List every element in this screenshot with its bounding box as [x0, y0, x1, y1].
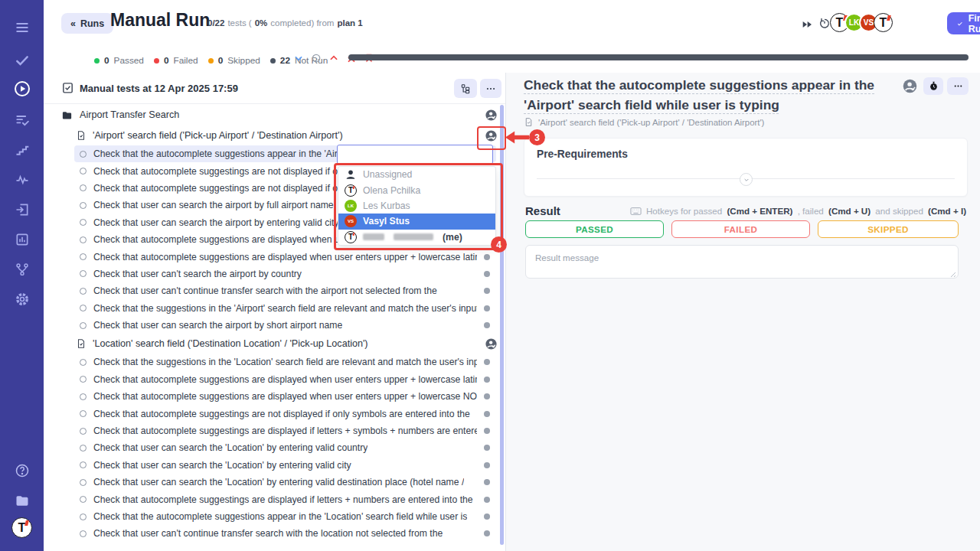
- test-row[interactable]: Check that autocomplete suggestions are …: [74, 248, 496, 265]
- test-title: Check that autocomplete suggestings are …: [93, 494, 473, 505]
- test-row[interactable]: Check that the autocomplete suggestions …: [74, 508, 496, 525]
- assignee-name: Olena Pchilka: [363, 185, 420, 196]
- timer-icon[interactable]: [818, 17, 831, 32]
- status-dot-icon: [154, 58, 159, 64]
- document-icon: [76, 130, 87, 141]
- app-sidebar: T: [0, 0, 44, 551]
- suite-breadcrumb[interactable]: 'Airport' search field ('Pick-up Airport…: [524, 117, 764, 127]
- test-state-icon: [80, 479, 87, 486]
- assignee-option[interactable]: Unassigned: [338, 167, 495, 182]
- assign-user-icon[interactable]: [485, 129, 498, 142]
- test-row[interactable]: Check that the suggestions in the 'Locat…: [74, 354, 496, 370]
- assignee-name: Les Kurbas: [363, 201, 410, 211]
- collapse-toggle-icon[interactable]: [740, 173, 753, 186]
- sidebar-plans-icon[interactable]: [0, 109, 44, 132]
- folder-row[interactable]: Airport Transfer Search: [44, 104, 501, 126]
- sidebar-analytics-icon[interactable]: [0, 228, 44, 251]
- test-row[interactable]: Check that user can't continue transfer …: [74, 525, 496, 542]
- test-row[interactable]: Check that autocomplete suggestings are …: [74, 491, 496, 507]
- test-title: Check that autocomplete suggestings are …: [93, 183, 343, 194]
- circle-icon[interactable]: [311, 53, 322, 64]
- folder-icon: [61, 109, 73, 121]
- status-passed[interactable]: 0Passed: [94, 55, 144, 66]
- test-title[interactable]: Check that the autocomplete suggestions …: [524, 76, 900, 115]
- chevron-down-icon[interactable]: [293, 53, 304, 64]
- assign-user-icon[interactable]: [902, 78, 918, 97]
- suite-row[interactable]: 'Airport' search field ('Pick-up Airport…: [44, 126, 501, 145]
- detail-more-button[interactable]: [947, 77, 969, 95]
- sidebar-import-icon[interactable]: [0, 198, 44, 221]
- status-dot-icon: [270, 58, 276, 64]
- not-run-dot-icon: [484, 288, 490, 294]
- tree-scrollbar[interactable]: [500, 105, 504, 545]
- hotkeys-hint: Hotkeys for passed (Cmd + ENTER) , faile…: [630, 206, 966, 216]
- chevron-up-icon[interactable]: [328, 53, 339, 64]
- test-row[interactable]: Check that user can search the 'Location…: [74, 474, 496, 491]
- page-title: Manual Run: [110, 10, 210, 31]
- status-dot-icon: [208, 58, 214, 64]
- app-logo[interactable]: T: [11, 517, 32, 538]
- test-row[interactable]: Check that user can search the airport b…: [74, 317, 496, 334]
- test-row[interactable]: Check that autocomplete suggestings are …: [74, 405, 496, 422]
- test-row[interactable]: Check that user can search the 'Location…: [74, 457, 496, 474]
- assignee-option[interactable]: T(me): [338, 230, 495, 245]
- test-state-icon: [80, 270, 87, 277]
- assignee-option[interactable]: TOlena Pchilka: [338, 182, 495, 197]
- suite-label: 'Location' search field ('Destination Lo…: [93, 338, 368, 349]
- assignee-option[interactable]: VSVasyl Stus: [338, 214, 495, 229]
- test-title: Check that autocomplete suggestions are …: [93, 252, 477, 262]
- test-row[interactable]: Check that autocomplete suggestings are …: [74, 422, 496, 439]
- not-run-dot-icon: [484, 445, 490, 451]
- redacted-text: [394, 233, 433, 240]
- status-skipped[interactable]: 0Skipped: [208, 55, 260, 66]
- avatar: T: [874, 13, 893, 32]
- assignee-search-input[interactable]: [337, 145, 493, 165]
- breadcrumb-label: 'Airport' search field ('Pick-up Airport…: [538, 118, 764, 127]
- person-icon: [345, 168, 357, 181]
- back-to-runs-button[interactable]: « Runs: [61, 13, 113, 34]
- assignee-option[interactable]: LKLes Kurbas: [338, 198, 495, 214]
- test-row[interactable]: Check that user can't continue transfer …: [74, 282, 496, 299]
- sidebar-help-icon[interactable]: [0, 459, 44, 482]
- test-state-icon: [80, 393, 87, 400]
- tree-more-button[interactable]: [480, 79, 501, 98]
- sidebar-steps-icon[interactable]: [0, 139, 44, 161]
- tree-view-button[interactable]: [454, 79, 477, 98]
- not-run-dot-icon: [484, 411, 490, 417]
- assign-user-icon[interactable]: [485, 337, 498, 350]
- timer-button[interactable]: [923, 77, 943, 95]
- status-count: 0: [104, 55, 109, 66]
- hotkey-text: and skipped: [873, 206, 926, 216]
- test-state-icon: [80, 461, 87, 468]
- result-message-input[interactable]: [525, 245, 959, 279]
- test-row[interactable]: Check that user can't search the airport…: [74, 266, 496, 282]
- result-failed-button[interactable]: FAILED: [671, 220, 810, 238]
- status-failed[interactable]: 0Failed: [154, 55, 198, 66]
- sidebar-settings-icon[interactable]: [0, 288, 44, 311]
- run-assignee-avatars[interactable]: TLKVST: [835, 13, 893, 32]
- suite-row[interactable]: 'Location' search field ('Destination Lo…: [44, 334, 501, 354]
- result-passed-button[interactable]: PASSED: [525, 220, 664, 238]
- sidebar-runs-icon[interactable]: [0, 77, 44, 100]
- sidebar-branch-icon[interactable]: [0, 258, 44, 281]
- test-row[interactable]: Check that the suggestions in the 'Airpo…: [74, 300, 496, 317]
- finish-run-button[interactable]: Finish Run: [947, 12, 980, 34]
- fast-forward-icon[interactable]: [801, 18, 813, 34]
- sidebar-projects-icon[interactable]: [0, 489, 44, 512]
- result-skipped-button[interactable]: SKIPPED: [818, 220, 959, 238]
- assign-user-icon[interactable]: [485, 109, 498, 122]
- test-row[interactable]: Check that user can search the 'Location…: [74, 439, 496, 456]
- test-title: Check that autocomplete suggestions are …: [93, 391, 477, 402]
- test-title: Check that autocomplete suggestings are …: [93, 166, 343, 177]
- test-title: Check that the autocomplete suggestions …: [93, 511, 467, 522]
- sidebar-tests-icon[interactable]: [0, 49, 44, 72]
- test-title: Check that autocomplete suggestions are …: [93, 234, 345, 245]
- hotkey-text: (Cmd + U): [828, 206, 871, 216]
- test-row[interactable]: Check that autocomplete suggestions are …: [74, 371, 496, 388]
- test-title: Check that user can't search the airport…: [93, 269, 302, 279]
- run-header: « Runs Manual Run 0/22tests (0%completed…: [44, 0, 980, 73]
- test-row[interactable]: Check that autocomplete suggestions are …: [74, 388, 496, 405]
- sidebar-menu-icon[interactable]: [0, 16, 44, 39]
- sidebar-pulse-icon[interactable]: [0, 168, 44, 191]
- test-state-icon: [80, 496, 87, 503]
